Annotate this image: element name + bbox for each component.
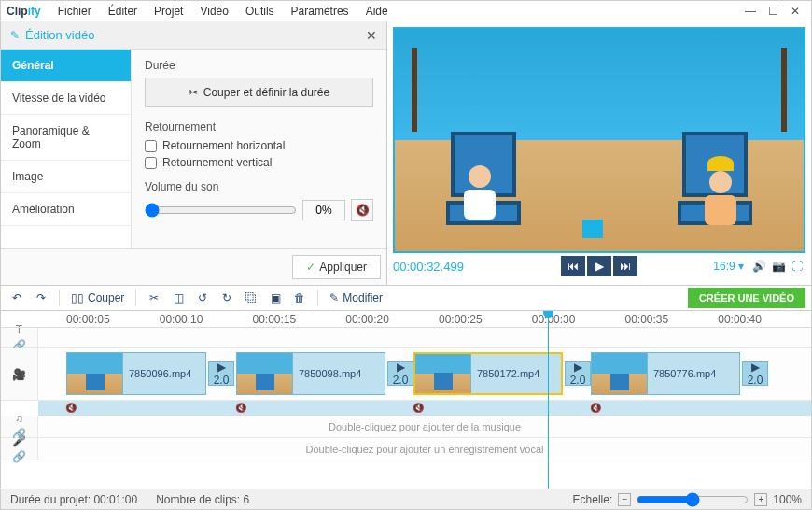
clip-1[interactable]: 7850098.mp4: [236, 352, 385, 395]
flip-vertical-row[interactable]: Retournement vertical: [145, 156, 373, 169]
prev-button[interactable]: ⏮: [561, 256, 585, 276]
fx-marker-3[interactable]: 🔇: [591, 401, 600, 415]
video-track: 🎥 7850096.mp47850098.mp47850172.mp478507…: [1, 348, 811, 401]
panel-close[interactable]: ✕: [366, 28, 377, 43]
voice-track-body[interactable]: Double-cliquez pour ajouter un enregistr…: [38, 438, 811, 460]
tab-speed[interactable]: Vitesse de la vidéo: [1, 82, 131, 115]
play-button[interactable]: ▶: [587, 256, 611, 276]
zoom-in-button[interactable]: +: [754, 493, 767, 506]
link-icon[interactable]: 🔗: [12, 450, 26, 463]
transition-1[interactable]: ▶2.0: [387, 361, 413, 386]
transition-2[interactable]: ▶2.0: [565, 361, 591, 386]
tab-content: Durée ✂ Couper et définir la durée Retou…: [132, 50, 386, 248]
check-icon: ✓: [306, 261, 315, 274]
project-duration: Durée du projet: 00:01:00: [10, 493, 137, 506]
transition-3[interactable]: ▶2.0: [742, 361, 768, 386]
tab-list: Général Vitesse de la vidéo Panoramique …: [1, 50, 132, 248]
pencil-icon: ✎: [329, 291, 339, 305]
effects-track[interactable]: 🔇🔇🔇🔇: [38, 401, 811, 416]
cut-icon: ▯▯: [71, 291, 84, 305]
aspect-ratio[interactable]: 16:9 ▾: [713, 260, 744, 273]
couper-button[interactable]: ▯▯Couper: [67, 291, 128, 305]
audio-placeholder: Double-cliquez pour ajouter de la musiqu…: [329, 421, 521, 432]
flip-label: Retournement: [145, 120, 373, 134]
titles-track: T🔗: [1, 328, 811, 348]
fullscreen-icon[interactable]: ⛶: [791, 260, 803, 273]
clip-count: Nombre de clips: 6: [156, 493, 249, 506]
fx-marker-1[interactable]: 🔇: [236, 401, 245, 415]
next-button[interactable]: ⏭: [613, 256, 637, 276]
paste-button[interactable]: ▣: [265, 288, 286, 308]
scissors-button[interactable]: ✂: [144, 288, 164, 308]
rotate-left-button[interactable]: ↺: [192, 288, 213, 308]
menu-video[interactable]: Vidéo: [192, 3, 235, 20]
tab-panzoom[interactable]: Panoramique & Zoom: [1, 115, 131, 161]
modifier-button[interactable]: ✎Modifier: [326, 291, 386, 305]
tab-general[interactable]: Général: [1, 50, 131, 82]
mic-icon: 🎤: [12, 434, 26, 447]
preview-video[interactable]: [393, 27, 805, 253]
mute-button[interactable]: 🔇: [351, 199, 373, 221]
scissors-icon: ✂: [189, 86, 198, 99]
window-minimize[interactable]: —: [744, 5, 757, 18]
flip-horizontal-checkbox[interactable]: [145, 140, 157, 152]
menu-tools[interactable]: Outils: [238, 3, 282, 20]
clip-3[interactable]: 7850776.mp4: [591, 352, 740, 395]
crop-button[interactable]: ◫: [168, 288, 189, 308]
rotate-right-button[interactable]: ↻: [217, 288, 237, 308]
window-maximize[interactable]: ☐: [766, 5, 779, 18]
undo-button[interactable]: ↶: [7, 288, 27, 308]
copy-button[interactable]: ⿻: [241, 288, 261, 308]
voice-track: 🎤🔗 Double-cliquez pour ajouter un enregi…: [1, 438, 811, 460]
volume-value[interactable]: 0%: [302, 200, 345, 220]
mute-icon: 🔇: [356, 204, 370, 217]
volume-label: Volume du son: [145, 180, 373, 193]
volume-slider[interactable]: [145, 203, 297, 218]
voice-placeholder: Double-cliquez pour ajouter un enregistr…: [306, 444, 544, 455]
clip-0[interactable]: 7850096.mp4: [66, 352, 206, 395]
snapshot-icon[interactable]: 📷: [772, 260, 786, 273]
flip-horizontal-row[interactable]: Retournement horizontal: [145, 139, 373, 152]
status-bar: Durée du projet: 00:01:00 Nombre de clip…: [1, 489, 811, 509]
menu-edit[interactable]: Éditer: [101, 3, 145, 20]
volume-icon[interactable]: 🔊: [752, 260, 766, 273]
preview-pane: 00:00:32.499 ⏮ ▶ ⏭ 16:9 ▾ 🔊 📷 ⛶: [387, 21, 811, 285]
fx-marker-2[interactable]: 🔇: [413, 401, 423, 415]
video-track-body[interactable]: 7850096.mp47850098.mp47850172.mp47850776…: [38, 348, 811, 400]
duration-label: Durée: [145, 59, 373, 72]
transition-0[interactable]: ▶2.0: [208, 361, 234, 386]
cut-duration-button[interactable]: ✂ Couper et définir la durée: [145, 78, 373, 107]
app-logo: Clipify: [7, 5, 41, 18]
flip-vertical-checkbox[interactable]: [145, 157, 157, 169]
zoom-out-button[interactable]: −: [618, 493, 631, 506]
audio-track-body[interactable]: Double-cliquez pour ajouter de la musiqu…: [38, 416, 811, 437]
delete-button[interactable]: 🗑: [289, 288, 310, 308]
create-video-button[interactable]: CRÉER UNE VIDÉO: [688, 288, 805, 308]
menu-help[interactable]: Aide: [358, 3, 396, 20]
scale-value: 100%: [773, 493, 802, 506]
timeline: 00:00:0500:00:1000:00:1500:00:2000:00:25…: [1, 311, 811, 489]
music-icon: ♫: [15, 412, 23, 425]
fx-marker-0[interactable]: 🔇: [66, 401, 76, 415]
menu-file[interactable]: Fichier: [50, 3, 99, 20]
tab-enhance[interactable]: Amélioration: [1, 193, 131, 226]
audio-track: ♫🔗 Double-cliquez pour ajouter de la mus…: [1, 416, 811, 438]
tab-image[interactable]: Image: [1, 161, 131, 193]
titles-track-body[interactable]: [38, 328, 811, 347]
menu-settings[interactable]: Paramètres: [284, 3, 357, 20]
video-icon: 🎥: [12, 368, 26, 381]
clip-2[interactable]: 7850172.mp4: [413, 352, 563, 395]
time-ruler[interactable]: 00:00:0500:00:1000:00:1500:00:2000:00:25…: [1, 311, 811, 328]
window-close[interactable]: ✕: [789, 5, 802, 18]
panel-title: Édition vidéo: [25, 28, 94, 42]
edit-panel: ✎ Édition vidéo ✕ Général Vitesse de la …: [1, 21, 387, 285]
timecode: 00:00:32.499: [393, 260, 464, 274]
redo-button[interactable]: ↷: [31, 288, 51, 308]
apply-button[interactable]: ✓ Appliquer: [292, 255, 381, 279]
timeline-toolbar: ↶ ↷ ▯▯Couper ✂ ◫ ↺ ↻ ⿻ ▣ 🗑 ✎Modifier CRÉ…: [1, 285, 811, 311]
menu-bar: Clipify Fichier Éditer Projet Vidéo Outi…: [1, 1, 811, 21]
edit-icon: ✎: [10, 29, 20, 42]
scale-slider[interactable]: [637, 492, 749, 507]
scale-label: Echelle:: [573, 493, 613, 506]
menu-project[interactable]: Projet: [147, 3, 190, 20]
